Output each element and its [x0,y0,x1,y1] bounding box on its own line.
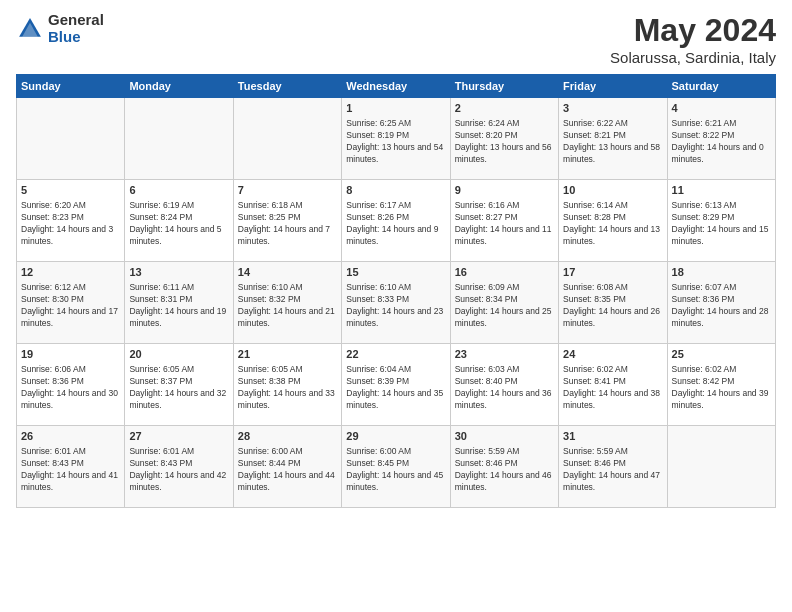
sunset-text: Sunset: 8:39 PM [346,376,445,388]
daylight-text: Daylight: 14 hours and 5 minutes. [129,224,228,248]
sunrise-text: Sunrise: 6:22 AM [563,118,662,130]
day-number: 18 [672,265,771,280]
sunrise-text: Sunrise: 6:06 AM [21,364,120,376]
daylight-text: Daylight: 14 hours and 11 minutes. [455,224,554,248]
day-number: 30 [455,429,554,444]
day-number: 17 [563,265,662,280]
day-cell: 14Sunrise: 6:10 AMSunset: 8:32 PMDayligh… [233,262,341,344]
sunset-text: Sunset: 8:36 PM [21,376,120,388]
day-number: 12 [21,265,120,280]
col-sunday: Sunday [17,75,125,98]
month-title: May 2024 [610,12,776,49]
week-row-2: 12Sunrise: 6:12 AMSunset: 8:30 PMDayligh… [17,262,776,344]
sunset-text: Sunset: 8:26 PM [346,212,445,224]
sunset-text: Sunset: 8:32 PM [238,294,337,306]
logo: General Blue [16,12,104,45]
sunrise-text: Sunrise: 6:05 AM [129,364,228,376]
day-cell: 24Sunrise: 6:02 AMSunset: 8:41 PMDayligh… [559,344,667,426]
daylight-text: Daylight: 14 hours and 9 minutes. [346,224,445,248]
daylight-text: Daylight: 14 hours and 28 minutes. [672,306,771,330]
logo-general: General [48,12,104,29]
daylight-text: Daylight: 14 hours and 19 minutes. [129,306,228,330]
week-row-4: 26Sunrise: 6:01 AMSunset: 8:43 PMDayligh… [17,426,776,508]
daylight-text: Daylight: 13 hours and 58 minutes. [563,142,662,166]
daylight-text: Daylight: 14 hours and 39 minutes. [672,388,771,412]
day-number: 1 [346,101,445,116]
week-row-3: 19Sunrise: 6:06 AMSunset: 8:36 PMDayligh… [17,344,776,426]
col-thursday: Thursday [450,75,558,98]
sunset-text: Sunset: 8:21 PM [563,130,662,142]
day-number: 2 [455,101,554,116]
day-number: 28 [238,429,337,444]
sunrise-text: Sunrise: 6:01 AM [129,446,228,458]
sunset-text: Sunset: 8:29 PM [672,212,771,224]
sunrise-text: Sunrise: 6:17 AM [346,200,445,212]
day-number: 3 [563,101,662,116]
sunset-text: Sunset: 8:23 PM [21,212,120,224]
daylight-text: Daylight: 14 hours and 47 minutes. [563,470,662,494]
day-cell: 16Sunrise: 6:09 AMSunset: 8:34 PMDayligh… [450,262,558,344]
daylight-text: Daylight: 14 hours and 7 minutes. [238,224,337,248]
sunrise-text: Sunrise: 6:25 AM [346,118,445,130]
sunset-text: Sunset: 8:46 PM [455,458,554,470]
day-cell: 18Sunrise: 6:07 AMSunset: 8:36 PMDayligh… [667,262,775,344]
sunrise-text: Sunrise: 6:11 AM [129,282,228,294]
page-header: General Blue May 2024 Solarussa, Sardini… [16,12,776,66]
sunset-text: Sunset: 8:20 PM [455,130,554,142]
day-number: 27 [129,429,228,444]
logo-blue: Blue [48,29,104,46]
calendar-page: General Blue May 2024 Solarussa, Sardini… [0,0,792,612]
day-number: 20 [129,347,228,362]
daylight-text: Daylight: 14 hours and 21 minutes. [238,306,337,330]
sunrise-text: Sunrise: 6:10 AM [238,282,337,294]
day-cell: 23Sunrise: 6:03 AMSunset: 8:40 PMDayligh… [450,344,558,426]
day-cell: 3Sunrise: 6:22 AMSunset: 8:21 PMDaylight… [559,98,667,180]
sunset-text: Sunset: 8:24 PM [129,212,228,224]
sunrise-text: Sunrise: 6:00 AM [238,446,337,458]
logo-text: General Blue [48,12,104,45]
day-cell: 25Sunrise: 6:02 AMSunset: 8:42 PMDayligh… [667,344,775,426]
calendar-header: Sunday Monday Tuesday Wednesday Thursday… [17,75,776,98]
day-cell: 2Sunrise: 6:24 AMSunset: 8:20 PMDaylight… [450,98,558,180]
col-wednesday: Wednesday [342,75,450,98]
daylight-text: Daylight: 14 hours and 38 minutes. [563,388,662,412]
sunrise-text: Sunrise: 6:03 AM [455,364,554,376]
daylight-text: Daylight: 14 hours and 35 minutes. [346,388,445,412]
day-number: 13 [129,265,228,280]
week-row-1: 5Sunrise: 6:20 AMSunset: 8:23 PMDaylight… [17,180,776,262]
day-cell: 10Sunrise: 6:14 AMSunset: 8:28 PMDayligh… [559,180,667,262]
sunset-text: Sunset: 8:33 PM [346,294,445,306]
day-number: 7 [238,183,337,198]
daylight-text: Daylight: 14 hours and 46 minutes. [455,470,554,494]
day-cell [667,426,775,508]
week-row-0: 1Sunrise: 6:25 AMSunset: 8:19 PMDaylight… [17,98,776,180]
sunrise-text: Sunrise: 6:00 AM [346,446,445,458]
day-number: 16 [455,265,554,280]
day-cell: 27Sunrise: 6:01 AMSunset: 8:43 PMDayligh… [125,426,233,508]
day-cell: 15Sunrise: 6:10 AMSunset: 8:33 PMDayligh… [342,262,450,344]
sunset-text: Sunset: 8:42 PM [672,376,771,388]
sunrise-text: Sunrise: 6:14 AM [563,200,662,212]
day-cell: 21Sunrise: 6:05 AMSunset: 8:38 PMDayligh… [233,344,341,426]
day-cell: 12Sunrise: 6:12 AMSunset: 8:30 PMDayligh… [17,262,125,344]
day-number: 29 [346,429,445,444]
daylight-text: Daylight: 14 hours and 17 minutes. [21,306,120,330]
daylight-text: Daylight: 14 hours and 45 minutes. [346,470,445,494]
day-number: 22 [346,347,445,362]
day-cell: 17Sunrise: 6:08 AMSunset: 8:35 PMDayligh… [559,262,667,344]
sunset-text: Sunset: 8:22 PM [672,130,771,142]
sunrise-text: Sunrise: 6:24 AM [455,118,554,130]
col-tuesday: Tuesday [233,75,341,98]
day-cell: 8Sunrise: 6:17 AMSunset: 8:26 PMDaylight… [342,180,450,262]
day-cell: 26Sunrise: 6:01 AMSunset: 8:43 PMDayligh… [17,426,125,508]
sunrise-text: Sunrise: 6:21 AM [672,118,771,130]
sunrise-text: Sunrise: 6:07 AM [672,282,771,294]
col-friday: Friday [559,75,667,98]
daylight-text: Daylight: 14 hours and 25 minutes. [455,306,554,330]
sunset-text: Sunset: 8:37 PM [129,376,228,388]
calendar-body: 1Sunrise: 6:25 AMSunset: 8:19 PMDaylight… [17,98,776,508]
daylight-text: Daylight: 13 hours and 54 minutes. [346,142,445,166]
sunrise-text: Sunrise: 6:02 AM [672,364,771,376]
calendar-table: Sunday Monday Tuesday Wednesday Thursday… [16,74,776,508]
sunset-text: Sunset: 8:28 PM [563,212,662,224]
